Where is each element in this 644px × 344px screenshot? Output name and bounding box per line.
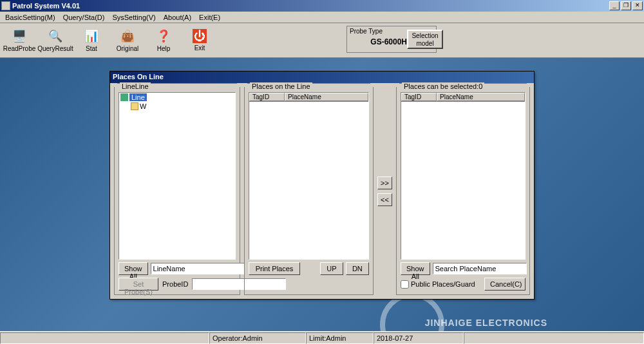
statusbar: Operator:Admin Limit:Admin 2018-07-27 [0, 331, 644, 344]
public-places-checkbox[interactable]: Public Places/Guard [401, 280, 475, 289]
menu-syssetting[interactable]: SysSetting(V) [108, 13, 159, 22]
col-tagid-2[interactable]: TagID [401, 93, 437, 101]
col-placename-2[interactable]: PlaceName [437, 93, 525, 101]
probeid-label: ProbeID [161, 280, 189, 288]
close-button[interactable]: ✕ [632, 1, 643, 10]
set-probe-button: Set Probe(S) [118, 278, 158, 291]
search-icon: 🔍 [48, 28, 63, 44]
menu-exit[interactable]: Exit(E) [195, 13, 224, 22]
queryresult-button[interactable]: 🔍QueryResult [37, 24, 73, 57]
tree-icon [120, 93, 128, 101]
maximize-button[interactable]: ❐ [621, 1, 631, 10]
tree-root[interactable]: Line [119, 93, 235, 102]
col-tagid[interactable]: TagID [249, 93, 285, 101]
cancel-button[interactable]: Cancel(C) [484, 278, 526, 291]
up-button[interactable]: UP [320, 262, 343, 275]
places-on-line-group: Places on the Line TagID PlaceName Print… [244, 87, 374, 295]
bag-icon: 👜 [120, 28, 135, 44]
move-right-button[interactable]: >> [377, 177, 392, 189]
places-selectable-list[interactable]: TagID PlaceName [401, 92, 526, 260]
selection-model-button[interactable]: Selection model [407, 30, 443, 49]
app-icon [1, 1, 10, 10]
window-title: Patrol System V4.01 [12, 2, 609, 10]
menu-query[interactable]: Query/Sta(D) [59, 13, 109, 22]
col-placename[interactable]: PlaceName [285, 93, 368, 101]
places-on-line-list[interactable]: TagID PlaceName [249, 92, 369, 260]
menu-basicsetting[interactable]: BasicSetting(M) [1, 13, 59, 22]
menu-about[interactable]: About(A) [160, 13, 195, 22]
status-operator: Operator:Admin [209, 332, 306, 344]
menubar: BasicSetting(M) Query/Sta(D) SysSetting(… [0, 12, 644, 23]
chart-icon: 📊 [84, 28, 99, 44]
linename-input[interactable] [151, 263, 245, 274]
help-icon: ❓ [156, 28, 171, 44]
status-cell-1 [0, 332, 209, 344]
print-places-button[interactable]: Print Places [249, 262, 300, 275]
original-button[interactable]: 👜Original [109, 24, 146, 57]
status-cell-5 [464, 332, 644, 344]
show-all-button[interactable]: Show All [118, 262, 148, 275]
transfer-buttons: >> << [377, 87, 392, 295]
list-header-2: TagID PlaceName [401, 93, 525, 102]
toolbar: 🖥️ReadProbe 🔍QueryResult 📊Stat 👜Original… [0, 23, 644, 58]
status-date: 2018-07-27 [374, 332, 464, 344]
lineline-group: LineLine Line W Show All Set Probe(S) Pr… [114, 87, 240, 295]
brand-text: JINHAIGE ELECTRONICS [425, 318, 547, 328]
minimize-button[interactable]: _ [609, 1, 620, 10]
tree-root-label: Line [129, 93, 147, 101]
dn-button[interactable]: DN [346, 262, 369, 275]
show-all-button-2[interactable]: Show All [401, 262, 430, 275]
titlebar: Patrol System V4.01 _ ❐ ✕ [0, 0, 644, 12]
monitor-icon: 🖥️ [12, 28, 27, 44]
exit-button[interactable]: ⏻Exit [182, 24, 218, 57]
tree-child[interactable]: W [119, 102, 235, 111]
exit-icon: ⏻ [193, 29, 207, 43]
tree-child-label: W [140, 102, 146, 110]
list-header: TagID PlaceName [249, 93, 368, 102]
readprobe-button[interactable]: 🖥️ReadProbe [1, 24, 37, 57]
window-buttons: _ ❐ ✕ [609, 1, 643, 10]
places-selectable-group: Places can be selected:0 TagID PlaceName… [396, 87, 530, 295]
folder-icon [131, 102, 138, 110]
dialog-title: Places On Line [110, 72, 534, 83]
places-on-line-dialog: Places On Line LineLine Line W Show All … [109, 71, 535, 300]
search-placename-input[interactable] [433, 263, 527, 274]
help-button[interactable]: ❓Help [146, 24, 182, 57]
move-left-button[interactable]: << [377, 193, 392, 206]
public-checkbox-input[interactable] [401, 280, 409, 289]
stat-button[interactable]: 📊Stat [73, 24, 109, 57]
status-limit: Limit:Admin [306, 332, 374, 344]
line-tree[interactable]: Line W [118, 92, 236, 260]
